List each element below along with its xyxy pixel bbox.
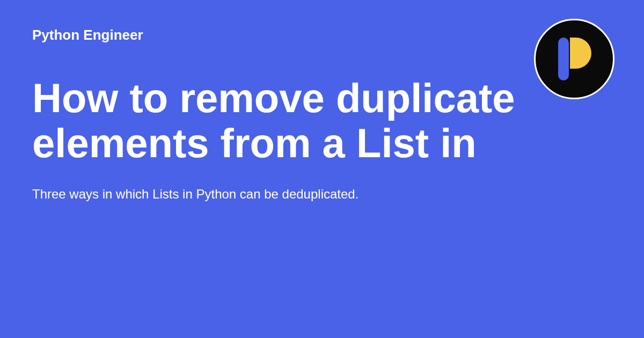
page-title: How to remove duplicate elements from a … xyxy=(32,76,515,165)
page-subtitle: Three ways in which Lists in Python can … xyxy=(32,187,612,202)
logo-icon xyxy=(553,35,596,83)
site-name: Python Engineer xyxy=(32,27,612,43)
logo xyxy=(534,19,614,99)
